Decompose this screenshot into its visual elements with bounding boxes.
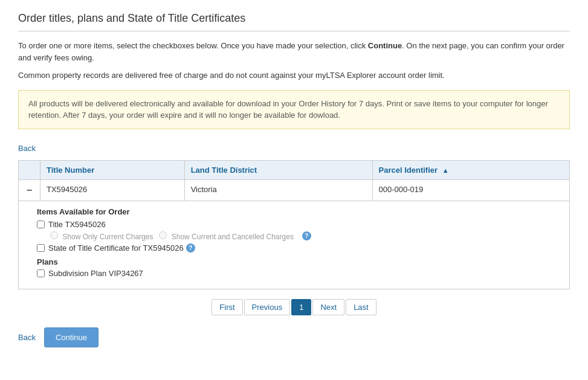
- pagination-first[interactable]: First: [212, 299, 242, 315]
- continue-button[interactable]: Continue: [44, 327, 99, 347]
- radio-current-cancelled[interactable]: [159, 231, 167, 239]
- title-number-value: TX5945026: [47, 185, 87, 194]
- results-table: Title Number Land Title District Parcel …: [18, 160, 570, 289]
- radio-current-cancelled-label: Show Current and Cancelled Charges: [172, 233, 294, 241]
- back-link-top[interactable]: Back: [18, 144, 36, 153]
- row-toggle-cell[interactable]: −: [19, 179, 40, 201]
- radio-current-only[interactable]: [50, 231, 58, 239]
- pagination-last[interactable]: Last: [346, 299, 376, 315]
- collapse-icon[interactable]: −: [27, 185, 32, 196]
- notice-box: All products will be delivered electroni…: [18, 90, 570, 129]
- items-available-heading: Items Available for Order: [37, 207, 557, 216]
- checkbox-title-input[interactable]: [37, 221, 45, 228]
- items-available-cell: Items Available for Order Title TX594502…: [19, 201, 570, 289]
- items-available-row: Items Available for Order Title TX594502…: [19, 201, 570, 289]
- parcel-identifier-cell: 000-000-019: [372, 179, 569, 201]
- col-expand: [19, 160, 40, 179]
- col-land-title-district[interactable]: Land Title District: [184, 160, 372, 179]
- pagination-next[interactable]: Next: [312, 299, 344, 315]
- checkbox-title-label: Title TX5945026: [48, 220, 106, 229]
- footer-actions: Back Continue: [18, 327, 570, 347]
- table-row: − TX5945026 Victoria 000-000-019: [19, 179, 570, 201]
- notice-text: All products will be delivered electroni…: [28, 99, 548, 120]
- land-title-district-value: Victoria: [191, 185, 217, 194]
- charges-help-icon[interactable]: ?: [302, 231, 311, 240]
- parcel-identifier-value: 000-000-019: [379, 185, 424, 194]
- description-text1: To order one or more items, select the c…: [18, 41, 368, 50]
- pagination-current[interactable]: 1: [291, 299, 311, 315]
- state-title-help-icon[interactable]: ?: [186, 243, 195, 253]
- pagination-previous[interactable]: Previous: [244, 299, 291, 315]
- back-link-bottom[interactable]: Back: [18, 333, 36, 342]
- radio-current-cancelled-wrapper: Show Current and Cancelled Charges: [159, 231, 293, 241]
- col-parcel-identifier[interactable]: Parcel Identifier ▲: [372, 160, 569, 179]
- radio-current-only-wrapper: Show Only Current Charges: [50, 231, 153, 241]
- col-parcel-identifier-label: Parcel Identifier: [379, 166, 438, 175]
- page-title: Order titles, plans and State of Title C…: [18, 12, 570, 31]
- col-title-number[interactable]: Title Number: [40, 160, 185, 179]
- plans-heading: Plans: [37, 257, 557, 266]
- checkbox-subdivision-plan-label: Subdivision Plan VIP34267: [48, 269, 143, 278]
- checkbox-state-title-input[interactable]: [37, 244, 45, 252]
- checkbox-title: Title TX5945026: [37, 220, 557, 229]
- radio-current-only-label: Show Only Current Charges: [62, 233, 153, 241]
- checkbox-subdivision-plan: Subdivision Plan VIP34267: [37, 269, 557, 278]
- title-number-cell: TX5945026: [40, 179, 185, 201]
- radio-group-charges: Show Only Current Charges Show Current a…: [50, 231, 557, 241]
- land-title-district-cell: Victoria: [184, 179, 372, 201]
- description-line2: Common property records are delivered fr…: [18, 69, 570, 82]
- checkbox-state-title-label: State of Title Certificate for TX5945026: [48, 243, 184, 253]
- description-line1: To order one or more items, select the c…: [18, 40, 570, 63]
- col-title-number-label: Title Number: [47, 166, 94, 175]
- checkbox-state-title: State of Title Certificate for TX5945026…: [37, 243, 557, 253]
- col-land-title-district-label: Land Title District: [191, 166, 257, 175]
- continue-emphasis: Continue: [368, 41, 402, 50]
- pagination-bar: First Previous 1 Next Last: [18, 299, 570, 315]
- checkbox-subdivision-plan-input[interactable]: [37, 269, 45, 277]
- sort-arrow-icon: ▲: [442, 167, 449, 174]
